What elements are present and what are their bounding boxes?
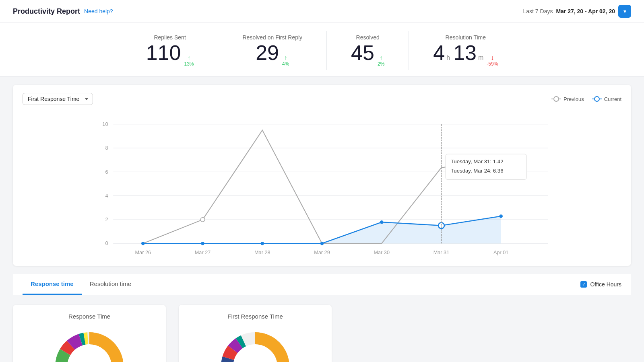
stat-label-resolved: Resolved — [351, 34, 384, 41]
chart-prev-point — [200, 218, 205, 222]
donut-first-response-time: First Response Time 41 s — [179, 305, 332, 362]
chart-point — [380, 220, 383, 224]
chart-metric-select[interactable]: First Response Time Resolution Time — [23, 93, 93, 105]
stat-resolved: Resolved 45 ↑ 2% — [327, 31, 409, 70]
donuts-row: Response Time — [13, 295, 631, 362]
help-link[interactable]: Need help? — [84, 8, 113, 14]
donut-response-title: Response Time — [68, 313, 110, 320]
chart-header: First Response Time Resolution Time Prev… — [23, 93, 621, 105]
donut-response-svg-wrapper — [49, 326, 130, 362]
donut-first-response-title: First Response Time — [227, 313, 283, 320]
tabs-section: Response time Resolution time ✓ Office H… — [0, 274, 644, 362]
donut-first-response-svg-wrapper: 41 s — [215, 326, 295, 362]
chart-svg: 10 8 6 4 2 0 Mar 26 Mar 27 Mar 28 Mar 29… — [23, 111, 621, 256]
stat-number-replies: 110 — [146, 42, 181, 63]
svg-text:Mar 28: Mar 28 — [254, 250, 270, 255]
svg-text:Mar 29: Mar 29 — [314, 250, 330, 255]
arrow-up-icon: ↑ — [187, 55, 190, 61]
page-header: Productivity Report Need help? Last 7 Da… — [0, 0, 644, 23]
svg-text:Mar 30: Mar 30 — [374, 250, 390, 255]
svg-rect-19 — [446, 154, 526, 180]
chart-point — [201, 242, 204, 245]
svg-text:0: 0 — [105, 241, 108, 246]
stat-resolved-first-reply: Resolved on First Reply 29 ↑ 4% — [218, 31, 327, 70]
chevron-down-icon: ▾ — [623, 8, 626, 14]
svg-text:8: 8 — [105, 145, 108, 151]
chart-point — [261, 242, 264, 245]
stat-resolution-time: Resolution Time 4 h 13 m ↓ -59% — [409, 31, 522, 70]
svg-text:2: 2 — [105, 217, 108, 222]
chart-section: First Response Time Resolution Time Prev… — [0, 77, 644, 274]
date-dropdown-button[interactable]: ▾ — [618, 5, 631, 18]
tab-response-time[interactable]: Response time — [23, 274, 82, 295]
stat-change-resolved: ↑ 2% — [378, 55, 384, 67]
arrow-up-icon-2: ↑ — [284, 55, 287, 61]
chart-point — [499, 214, 502, 218]
svg-text:10: 10 — [102, 121, 108, 127]
arrow-up-icon-3: ↑ — [380, 55, 383, 61]
stat-number-resolution-m: 13 — [453, 42, 477, 63]
arrow-down-icon: ↓ — [491, 55, 494, 61]
donut-first-response-svg — [215, 326, 295, 362]
stat-number-resolved-first: 29 — [256, 42, 279, 63]
spacer — [345, 305, 481, 362]
page-title: Productivity Report — [13, 7, 80, 16]
chart-point — [141, 242, 144, 245]
legend-previous-label: Previous — [564, 96, 584, 102]
chart-card: First Response Time Resolution Time Prev… — [13, 85, 631, 266]
stat-change-pct-resolved-first: 4% — [282, 61, 289, 67]
stat-replies-sent: Replies Sent 110 ↑ 13% — [122, 31, 219, 70]
spacer2 — [494, 305, 631, 362]
stat-change-resolved-first: ↑ 4% — [282, 55, 289, 67]
stats-row: Replies Sent 110 ↑ 13% Resolved on First… — [0, 23, 644, 77]
stat-label-resolution: Resolution Time — [433, 34, 498, 41]
tabs-left: Response time Resolution time — [23, 274, 139, 295]
stat-label-replies: Replies Sent — [146, 34, 194, 41]
tab-resolution-time[interactable]: Resolution time — [82, 274, 139, 295]
svg-text:Tuesday, Mar 31: 1.42: Tuesday, Mar 31: 1.42 — [451, 158, 504, 165]
stat-change-resolution: ↓ -59% — [487, 55, 498, 67]
svg-text:Mar 27: Mar 27 — [195, 250, 211, 255]
date-range-selector: Last 7 Days Mar 27, 20 - Apr 02, 20 ▾ — [523, 5, 632, 18]
legend-prev-line — [551, 99, 561, 99]
svg-text:Apr 01: Apr 01 — [493, 250, 508, 255]
chart-current-area — [143, 216, 501, 243]
svg-text:4: 4 — [105, 193, 108, 199]
svg-text:Mar 26: Mar 26 — [135, 250, 151, 255]
chart-legend: Previous Current — [551, 96, 621, 102]
legend-current-label: Current — [604, 96, 621, 102]
chart-point — [320, 242, 324, 245]
legend-curr-line — [592, 99, 602, 99]
donut-response-svg — [49, 326, 130, 362]
tabs-right: ✓ Office Hours — [580, 281, 621, 288]
donut-response-time: Response Time — [13, 305, 166, 362]
date-prefix: Last 7 Days — [523, 8, 553, 14]
svg-text:Mar 31: Mar 31 — [433, 250, 450, 255]
stat-change-pct-resolution: -59% — [487, 61, 498, 67]
office-hours-checkbox[interactable]: ✓ — [580, 281, 587, 288]
legend-current: Current — [592, 96, 621, 102]
chart-area[interactable]: 10 8 6 4 2 0 Mar 26 Mar 27 Mar 28 Mar 29… — [23, 111, 621, 258]
stat-label-resolved-first: Resolved on First Reply — [242, 34, 302, 41]
stat-change-pct-replies: 13% — [184, 61, 194, 67]
stat-change-pct-resolved: 2% — [378, 61, 384, 67]
stat-change-replies: ↑ 13% — [184, 55, 194, 67]
office-hours-label: Office Hours — [590, 281, 621, 288]
date-range-value: Mar 27, 20 - Apr 02, 20 — [556, 8, 615, 14]
stat-h-label: h — [446, 54, 450, 62]
svg-text:6: 6 — [105, 169, 108, 175]
svg-text:Tuesday, Mar 24: 6.36: Tuesday, Mar 24: 6.36 — [451, 168, 504, 174]
stat-m-label: m — [478, 54, 483, 62]
tabs-bar: Response time Resolution time ✓ Office H… — [13, 274, 631, 295]
legend-previous: Previous — [551, 96, 584, 102]
stat-number-resolution-h: 4 — [433, 42, 445, 63]
chart-tooltip: Tuesday, Mar 31: 1.42 Tuesday, Mar 24: 6… — [446, 154, 526, 180]
stat-number-resolved: 45 — [351, 42, 374, 63]
